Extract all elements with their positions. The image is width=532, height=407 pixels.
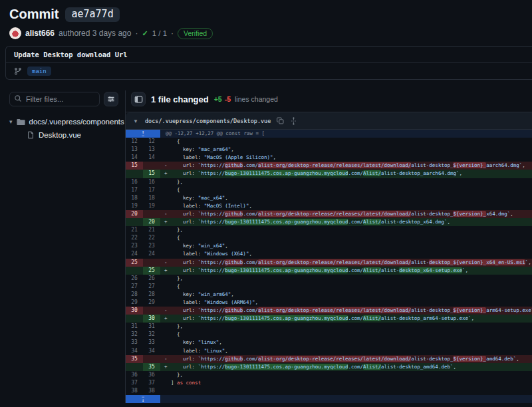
new-line-number[interactable]: 32 — [143, 331, 160, 339]
old-line-number[interactable] — [126, 267, 143, 275]
old-line-number[interactable]: 24 — [126, 250, 143, 258]
new-line-number[interactable]: 19 — [143, 202, 160, 210]
branch-label[interactable]: main — [27, 67, 51, 76]
chevron-down-icon[interactable]: ▾ — [132, 118, 139, 124]
checks-count[interactable]: 1 / 1 — [152, 29, 167, 37]
old-line-number[interactable]: 34 — [126, 347, 143, 355]
old-line-number[interactable]: 29 — [126, 299, 143, 307]
old-line-number[interactable]: 33 — [126, 339, 143, 346]
old-line-number[interactable]: 13 — [126, 146, 143, 154]
expand-row: ⋯↓ — [126, 395, 532, 403]
new-line-number[interactable]: 33 — [143, 339, 160, 346]
new-line-number[interactable]: 14 — [143, 154, 160, 162]
new-line-number[interactable]: 17 — [143, 186, 160, 194]
toggle-file-tree-button[interactable] — [131, 92, 146, 106]
new-line-number[interactable]: 22 — [143, 234, 160, 242]
code-line: url: `https://github.com/alist-org/deskt… — [171, 259, 532, 267]
commit-message-box: Update Desktop download Url main — [5, 46, 532, 80]
new-line-number[interactable]: 34 — [143, 347, 160, 355]
diff-line-context: 2626 }, — [126, 275, 532, 283]
diff-marker — [160, 202, 171, 210]
code-line: url: `https://bugo-1301111475.cos.ap-gua… — [171, 363, 532, 371]
diff-line-added: 20+ url: `https://bugo-1301111475.cos.ap… — [126, 218, 532, 226]
code-line: { — [171, 138, 532, 146]
old-line-number[interactable]: 15 — [126, 162, 143, 170]
new-line-number[interactable]: 20 — [143, 218, 160, 226]
new-line-number[interactable]: 31 — [143, 323, 160, 331]
new-line-number[interactable]: 28 — [143, 291, 160, 299]
new-line-number[interactable]: 13 — [143, 146, 160, 154]
diff-line-context: 1919 label: "MacOS (Intel)", — [126, 202, 532, 210]
new-line-number[interactable] — [143, 210, 160, 218]
old-line-number[interactable]: 31 — [126, 323, 143, 331]
new-line-number[interactable]: 21 — [143, 226, 160, 234]
new-line-number[interactable]: 12 — [143, 138, 160, 146]
old-line-number[interactable]: 36 — [126, 371, 143, 379]
diff-body: ↑⋯@@ -12,27 +12,27 @@ const raw = [1212 … — [126, 130, 532, 403]
old-line-number[interactable]: 35 — [126, 355, 143, 363]
old-line-number[interactable]: 22 — [126, 234, 143, 242]
new-line-number[interactable]: 30 — [143, 315, 160, 323]
new-line-number[interactable]: 24 — [143, 250, 160, 258]
diff-line-context: 1616 }, — [126, 178, 532, 186]
author-name[interactable]: alist666 — [25, 29, 55, 38]
copy-path-icon[interactable] — [277, 117, 284, 124]
new-line-number[interactable] — [143, 162, 160, 170]
diff-marker — [160, 371, 171, 379]
new-line-number[interactable]: 29 — [143, 299, 160, 307]
old-line-number[interactable]: 21 — [126, 226, 143, 234]
old-line-number[interactable]: 26 — [126, 275, 143, 283]
new-line-number[interactable] — [143, 307, 160, 315]
new-line-number[interactable]: 26 — [143, 275, 160, 283]
new-line-number[interactable]: 25 — [143, 267, 160, 275]
code-line: { — [171, 186, 532, 194]
commit-sha-chip: ae7a77d — [65, 7, 119, 22]
old-line-number[interactable]: 12 — [126, 138, 143, 146]
new-line-number[interactable]: 15 — [143, 170, 160, 178]
sidebar-item-file[interactable]: Desktop.vue — [9, 128, 118, 142]
diff-marker — [160, 138, 171, 146]
file-path[interactable]: docs/.vuepress/components/Desktop.vue — [145, 118, 271, 124]
old-line-number[interactable]: 28 — [126, 291, 143, 299]
old-line-number[interactable] — [126, 363, 143, 371]
additions-count: +5 — [214, 95, 222, 103]
old-line-number[interactable] — [126, 315, 143, 323]
new-line-number[interactable]: 38 — [143, 387, 160, 395]
new-line-number[interactable]: 23 — [143, 242, 160, 250]
deletions-count: -5 — [225, 95, 231, 103]
old-line-number[interactable]: 27 — [126, 283, 143, 291]
new-line-number[interactable]: 35 — [143, 363, 160, 371]
old-line-number[interactable]: 16 — [126, 178, 143, 186]
old-line-number[interactable]: 20 — [126, 210, 143, 218]
old-line-number[interactable]: 38 — [126, 387, 143, 395]
expand-all-icon[interactable] — [290, 117, 297, 125]
diff-marker — [160, 387, 171, 395]
old-line-number[interactable]: 25 — [126, 259, 143, 267]
filter-files-input[interactable] — [9, 92, 100, 106]
old-line-number[interactable]: 23 — [126, 242, 143, 250]
code-line: url: `https://bugo-1301111475.cos.ap-gua… — [171, 315, 532, 323]
old-line-number[interactable]: 19 — [126, 202, 143, 210]
filter-options-button[interactable] — [104, 92, 118, 106]
sidebar-item-folder[interactable]: ▾ docs/.vuepress/components — [9, 115, 118, 128]
old-line-number[interactable] — [126, 170, 143, 178]
new-line-number[interactable] — [143, 259, 160, 267]
old-line-number[interactable]: 32 — [126, 331, 143, 339]
expand-down-button[interactable]: ⋯↓ — [126, 395, 160, 403]
old-line-number[interactable]: 37 — [126, 379, 143, 387]
new-line-number[interactable]: 18 — [143, 194, 160, 202]
old-line-number[interactable] — [126, 218, 143, 226]
expand-up-button[interactable]: ↑⋯ — [126, 130, 160, 138]
old-line-number[interactable]: 30 — [126, 307, 143, 315]
avatar[interactable] — [9, 27, 21, 39]
verified-badge[interactable]: Verified — [178, 28, 213, 39]
code-line: { — [171, 283, 532, 291]
new-line-number[interactable]: 16 — [143, 178, 160, 186]
new-line-number[interactable] — [143, 355, 160, 363]
old-line-number[interactable]: 17 — [126, 186, 143, 194]
new-line-number[interactable]: 36 — [143, 371, 160, 379]
old-line-number[interactable]: 14 — [126, 154, 143, 162]
new-line-number[interactable]: 27 — [143, 283, 160, 291]
old-line-number[interactable]: 18 — [126, 194, 143, 202]
new-line-number[interactable]: 37 — [143, 379, 160, 387]
